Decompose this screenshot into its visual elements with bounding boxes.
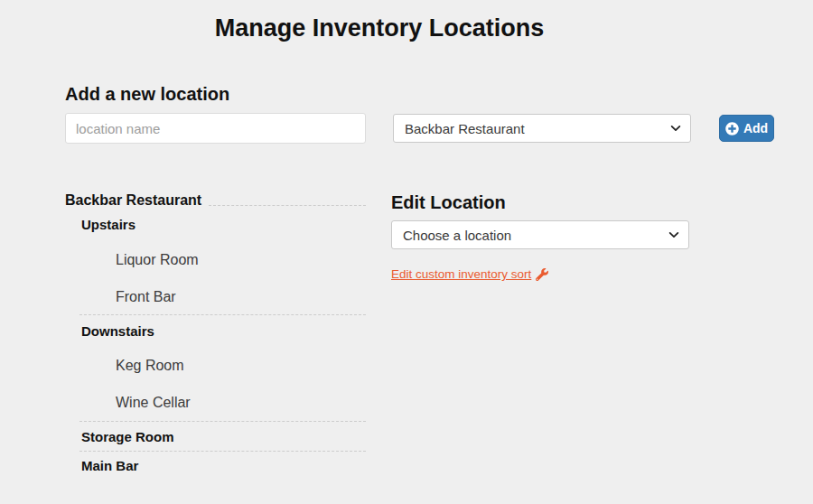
- location-root-label: Backbar Restaurant: [65, 192, 201, 209]
- location-group-downstairs[interactable]: Downstairs: [81, 324, 366, 338]
- add-location-heading: Add a new location: [65, 84, 813, 104]
- dashed-leader: [209, 192, 366, 206]
- location-name-input[interactable]: [65, 113, 366, 144]
- location-room-wine-cellar[interactable]: Wine Cellar: [116, 396, 366, 410]
- add-button[interactable]: Add: [719, 115, 774, 142]
- edit-location-heading: Edit Location: [391, 192, 692, 212]
- parent-location-select[interactable]: Backbar Restaurant: [393, 114, 691, 143]
- location-room-liquor-room[interactable]: Liquor Room: [116, 253, 366, 267]
- add-location-form: Backbar Restaurant Add: [65, 113, 813, 144]
- edit-custom-sort-label: Edit custom inventory sort: [391, 267, 531, 281]
- location-room-front-bar[interactable]: Front Bar: [116, 290, 366, 304]
- edit-location-panel: Edit Location Choose a location Edit cus…: [391, 192, 692, 472]
- edit-location-select-wrap: Choose a location: [391, 220, 689, 249]
- location-group-main-bar[interactable]: Main Bar: [81, 459, 366, 472]
- dashed-separator: [79, 314, 366, 315]
- location-group-storage-room[interactable]: Storage Room: [81, 430, 366, 443]
- parent-location-select-wrap: Backbar Restaurant: [393, 114, 691, 143]
- dashed-separator: [79, 421, 366, 422]
- add-button-label: Add: [743, 121, 768, 135]
- dashed-separator: [79, 451, 366, 452]
- edit-custom-sort-link[interactable]: Edit custom inventory sort: [391, 267, 548, 281]
- main-content: Add a new location Backbar Restaurant Ad…: [0, 84, 813, 472]
- location-room-keg-room[interactable]: Keg Room: [116, 359, 366, 373]
- wrench-icon: [536, 268, 548, 281]
- location-root-row[interactable]: Backbar Restaurant: [65, 192, 366, 209]
- page-title: Manage Inventory Locations: [0, 0, 759, 42]
- locations-tree: Backbar Restaurant Upstairs Liquor Room …: [65, 192, 366, 472]
- edit-location-select[interactable]: Choose a location: [391, 220, 689, 249]
- plus-circle-icon: [725, 122, 739, 135]
- location-group-upstairs[interactable]: Upstairs: [81, 218, 366, 231]
